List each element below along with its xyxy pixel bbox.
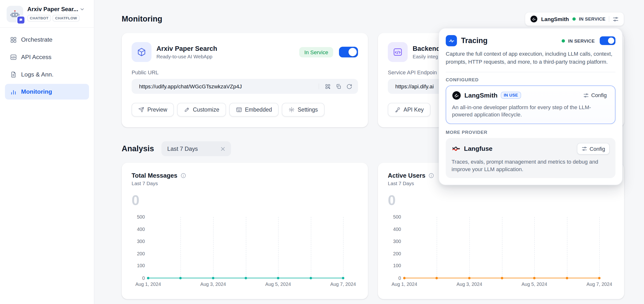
provider-card-langfuse[interactable]: Langfuse Config Traces, evals, prompt ma… <box>446 138 616 178</box>
info-icon[interactable] <box>180 172 186 178</box>
chat-bubble-icon <box>19 18 23 22</box>
info-icon[interactable] <box>428 172 434 178</box>
refresh-icon <box>346 83 352 90</box>
langfuse-config-button[interactable]: Config <box>577 143 610 155</box>
settings-button[interactable]: Settings <box>282 103 324 116</box>
status-dot <box>572 17 576 21</box>
sidebar-item-api-access[interactable]: API Access <box>5 49 89 65</box>
in-use-badge: IN USE <box>501 92 521 99</box>
app-window: Arxiv Paper Sear... CHATBOT CHATFLOW <box>0 0 644 304</box>
provider-card-langsmith[interactable]: LangSmith IN USE Config An all-in-one de… <box>446 85 616 124</box>
configured-label: CONFIGURED <box>446 77 616 82</box>
grid-icon <box>10 36 17 43</box>
total-messages-card: Total Messages Last 7 Days 0 50040030020… <box>122 163 368 299</box>
webapp-card-header: Arxiv Paper Search Ready-to-use AI WebAp… <box>132 42 358 62</box>
provider-name: Langfuse <box>464 145 492 152</box>
copy-url-button[interactable] <box>333 81 344 92</box>
tracing-panel-header: Tracing IN SERVICE <box>446 35 616 46</box>
embed-window-icon <box>236 107 242 113</box>
customize-button[interactable]: Customize <box>177 103 226 116</box>
provider-name: LangSmith <box>464 92 498 99</box>
langsmith-config-button[interactable]: Config <box>581 92 609 99</box>
preview-button[interactable]: Preview <box>132 103 174 116</box>
tracing-provider-name: LangSmith <box>541 16 569 22</box>
sidebar-item-logs[interactable]: Logs & Ann. <box>5 67 89 82</box>
divider <box>318 84 319 89</box>
embedded-button[interactable]: Embedded <box>229 103 278 116</box>
divider <box>446 72 616 72</box>
status-dot <box>562 39 565 42</box>
chevron-down-icon <box>80 6 85 12</box>
file-text-icon <box>10 71 17 78</box>
divider <box>609 16 609 22</box>
chart-plot-area <box>404 217 600 278</box>
langsmith-logo <box>452 91 461 100</box>
qr-code-button[interactable] <box>322 81 333 92</box>
provider-description: Traces, evals, prompt management and met… <box>452 158 610 173</box>
backend-title: Backend <box>413 45 440 52</box>
chart-total-value: 0 <box>388 193 614 207</box>
api-key-label: API Key <box>404 107 424 113</box>
sidebar-nav: Orchestrate API Access L <box>0 28 94 104</box>
code-browser-icon <box>10 53 17 60</box>
app-name: Arxiv Paper Sear... <box>28 6 78 12</box>
webapp-actions: Preview Customize <box>132 103 358 116</box>
webapp-enable-toggle[interactable] <box>339 47 358 57</box>
gear-icon <box>288 107 295 113</box>
sidebar-item-orchestrate[interactable]: Orchestrate <box>5 32 89 47</box>
public-url-label: Public URL <box>132 69 358 76</box>
sliders-icon <box>612 16 619 22</box>
webapp-title: Arxiv Paper Search <box>156 45 217 52</box>
bar-chart-icon <box>10 88 17 95</box>
sidebar-item-label: API Access <box>21 54 52 60</box>
regenerate-url-button[interactable] <box>344 81 354 92</box>
langsmith-logo <box>530 15 538 23</box>
embedded-label: Embedded <box>245 107 272 113</box>
app-head-text: Arxiv Paper Sear... CHATBOT CHATFLOW <box>28 6 85 22</box>
chart-y-axis: 5004003002001000 <box>388 217 401 278</box>
sidebar: Arxiv Paper Sear... CHATBOT CHATFLOW <box>0 0 94 304</box>
sidebar-item-label: Orchestrate <box>21 36 52 43</box>
public-url-value[interactable]: https://udify.app/chat/WGcGTszwkzaVZp4J <box>139 83 316 90</box>
config-label: Config <box>591 92 607 99</box>
tracing-panel: Tracing IN SERVICE Capture the full cont… <box>439 28 622 185</box>
sliders-icon <box>584 92 589 98</box>
backend-card-titles: Backend Easily integ <box>413 45 440 59</box>
line-chart: 5004003002001000 Aug 1, 2024Aug 3, 2024A… <box>132 217 358 288</box>
public-url-bar: https://udify.app/chat/WGcGTszwkzaVZp4J <box>132 79 358 94</box>
app-switcher[interactable]: Arxiv Paper Sear... <box>28 6 85 12</box>
chart-title: Active Users <box>388 172 425 179</box>
tracing-enable-toggle[interactable] <box>600 36 616 45</box>
sidebar-item-label: Logs & Ann. <box>21 71 53 78</box>
time-filter-label: Last 7 Days <box>167 146 198 152</box>
config-label: Config <box>590 146 605 152</box>
brush-icon <box>184 107 190 113</box>
page-header: Monitoring LangSmith IN SERVICE <box>122 12 624 26</box>
provider-description: An all-in-one developer platform for eve… <box>452 104 609 119</box>
tracing-shortcut-button[interactable]: LangSmith IN SERVICE <box>525 12 624 26</box>
sidebar-item-monitoring[interactable]: Monitoring <box>5 84 89 100</box>
page-title: Monitoring <box>122 14 162 24</box>
chart-total-value: 0 <box>132 193 358 207</box>
close-icon[interactable] <box>220 146 226 152</box>
chart-x-axis: Aug 1, 2024Aug 3, 2024Aug 5, 2024Aug 7, … <box>148 282 343 288</box>
webapp-card-controls: In Service <box>299 47 358 57</box>
status-text: IN SERVICE <box>568 38 595 43</box>
webapp-card-titles: Arxiv Paper Search Ready-to-use AI WebAp… <box>156 45 217 59</box>
app-header: Arxiv Paper Sear... CHATBOT CHATFLOW <box>0 0 94 28</box>
tracing-description: Capture the full context of app executio… <box>446 50 616 66</box>
sidebar-item-label: Monitoring <box>21 88 52 95</box>
webapp-card: Arxiv Paper Search Ready-to-use AI WebAp… <box>122 33 368 127</box>
line-chart: 5004003002001000 Aug 1, 2024Aug 3, 2024A… <box>388 217 614 288</box>
api-key-button[interactable]: API Key <box>388 103 430 116</box>
customize-label: Customize <box>193 107 219 113</box>
chart-x-axis: Aug 1, 2024Aug 3, 2024Aug 5, 2024Aug 7, … <box>404 282 600 288</box>
time-filter-chip[interactable]: Last 7 Days <box>162 141 231 156</box>
badge-chatbot: CHATBOT <box>28 15 51 21</box>
webapp-cube-icon <box>132 42 152 62</box>
in-service-badge: In Service <box>299 47 333 57</box>
chart-y-axis: 5004003002001000 <box>132 217 145 278</box>
chart-title: Total Messages <box>132 172 178 179</box>
webapp-subtitle: Ready-to-use AI WebApp <box>156 53 217 59</box>
app-icon[interactable] <box>6 6 23 22</box>
